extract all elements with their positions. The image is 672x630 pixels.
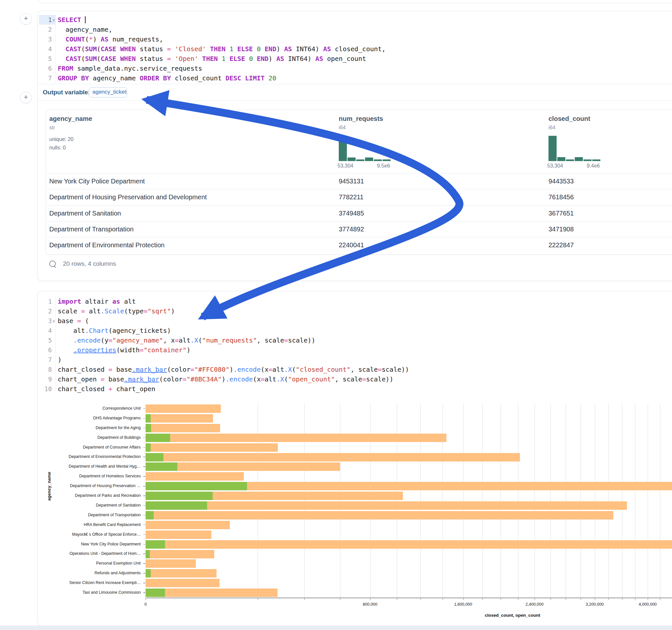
code-line[interactable]: SELECT xyxy=(58,15,86,25)
line-number: 1 xyxy=(38,296,52,306)
code-line[interactable]: .encode(y="agency_name", x=alt.X("num_re… xyxy=(58,335,315,345)
bar-closed-count xyxy=(146,424,220,432)
gridline xyxy=(421,404,421,598)
gutter-separator xyxy=(55,295,56,392)
table-row[interactable]: New York City Police Department945313194… xyxy=(46,173,672,189)
line-number: 6 xyxy=(38,345,52,355)
x-tick-mark xyxy=(304,598,305,600)
python-code-editor[interactable]: 1import altair as alt2scale = alt.Scale(… xyxy=(38,291,672,395)
code-line[interactable]: chart_closed + chart_open xyxy=(58,384,155,394)
output-variable-chip[interactable]: agency_tickets xyxy=(89,87,127,98)
add-cell-button-middle[interactable]: + xyxy=(20,92,32,103)
y-axis-label: Department of Sanitation xyxy=(38,503,141,508)
table-row[interactable]: Department of Environmental Protection22… xyxy=(46,237,672,253)
y-axis-label: Operations Unit - Department of Hom… xyxy=(38,551,141,556)
code-line[interactable]: scale = alt.Scale(type="sqrt") xyxy=(58,306,175,316)
bar-closed-count xyxy=(146,540,672,549)
y-axis-label: Department for the Aging xyxy=(38,426,141,430)
table-cell: 3774892 xyxy=(339,225,364,233)
y-axis-label: Personal Exemption Unit xyxy=(38,561,141,565)
x-tick-mark xyxy=(463,598,463,600)
code-line[interactable]: CAST(SUM(CASE WHEN status = 'Open' THEN … xyxy=(58,54,366,64)
x-tick-mark xyxy=(648,598,648,600)
x-tick-mark xyxy=(442,598,443,600)
y-axis-label: Department of Consumer Affairs xyxy=(38,445,141,450)
table-cell: 9443533 xyxy=(549,177,574,185)
table-cell: New York City Police Department xyxy=(49,177,145,185)
line-number: 3 xyxy=(38,316,52,326)
y-tick-mark xyxy=(143,447,145,448)
code-line[interactable]: base = ( xyxy=(58,316,89,326)
gridline xyxy=(550,404,551,598)
x-tick-mark xyxy=(550,598,551,600)
line-number: 10 xyxy=(38,384,52,394)
previous-cell-bottom-edge xyxy=(37,0,672,3)
x-tick-mark xyxy=(608,598,609,600)
y-tick-mark xyxy=(143,534,145,535)
x-tick-mark xyxy=(595,598,595,600)
column-header-closed_count[interactable]: closed_count xyxy=(549,115,590,122)
y-axis-label: Taxi and Limousine Commission xyxy=(38,590,141,595)
notebook-page: { "colors":{ "keyword":"#a12bb8","string… xyxy=(0,0,672,630)
sql-code-editor[interactable]: 1∨SELECT 2 agency_name,3 COUNT(*) AS num… xyxy=(38,11,672,84)
page-bottom-strip xyxy=(0,626,672,630)
line-number: 4 xyxy=(38,326,52,335)
bar-open-count xyxy=(146,414,151,422)
bar-open-count xyxy=(146,569,151,578)
y-tick-mark xyxy=(143,563,145,564)
add-cell-button-top[interactable]: + xyxy=(20,13,32,25)
table-row[interactable]: Department of Sanitation37494853677651 xyxy=(46,205,672,221)
table-row[interactable]: Department of Transportation377489234719… xyxy=(46,221,672,237)
code-fold-icon[interactable]: ∨ xyxy=(52,15,55,25)
bar-closed-count xyxy=(146,453,520,461)
code-line[interactable]: COUNT(*) AS num_requests, xyxy=(58,34,163,44)
code-fold-icon[interactable]: ∨ xyxy=(52,316,55,326)
bar-closed-count xyxy=(146,501,627,510)
x-tick-label: 3,200,000 xyxy=(586,602,604,607)
code-line[interactable]: chart_open = base.mark_bar(color="#8BC34… xyxy=(58,374,393,384)
y-axis-title: agency_name xyxy=(47,472,51,501)
histogram-max-label: 9.5e6 xyxy=(377,163,390,169)
column-header-agency_name[interactable]: agency_name xyxy=(49,115,92,122)
code-line[interactable]: chart_closed = base.mark_bar(color="#FFC… xyxy=(58,365,409,374)
y-axis-label: Department of Health and Mental Hyg… xyxy=(38,464,141,468)
bar-closed-count xyxy=(146,550,214,558)
gridline xyxy=(534,404,535,598)
x-tick-label: 2,400,000 xyxy=(526,602,544,607)
altair-chart: Correspondence UnitDHS Advantage Program… xyxy=(38,398,672,622)
x-tick-mark xyxy=(501,598,501,600)
x-tick-mark xyxy=(482,598,483,600)
code-line[interactable]: alt.Chart(agency_tickets) xyxy=(58,326,171,335)
search-icon[interactable] xyxy=(49,261,56,267)
code-line[interactable]: FROM sample_data.nyc.service_requests xyxy=(58,64,202,73)
gridline xyxy=(566,404,566,598)
column-header-num_requests[interactable]: num_requests xyxy=(339,115,383,122)
y-tick-mark xyxy=(143,554,145,554)
code-line[interactable]: ) xyxy=(58,355,62,365)
line-number: 8 xyxy=(38,365,52,374)
code-line[interactable]: CAST(SUM(CASE WHEN status = 'Closed' THE… xyxy=(58,44,386,54)
y-tick-mark xyxy=(143,592,145,593)
histogram-min-label: 53,304 xyxy=(547,163,563,169)
bar-open-count xyxy=(146,501,207,510)
code-line[interactable]: agency_name, xyxy=(58,25,113,34)
code-line[interactable]: import altair as alt xyxy=(58,296,136,306)
table-cell: 7618456 xyxy=(549,193,574,201)
x-tick-mark xyxy=(258,598,258,600)
code-line[interactable]: GROUP BY agency_name ORDER BY closed_cou… xyxy=(58,73,276,83)
y-tick-mark xyxy=(143,408,145,409)
x-tick-mark xyxy=(534,598,535,600)
gridline xyxy=(595,404,595,598)
bar-closed-count xyxy=(146,579,219,587)
code-line[interactable]: .properties(width="container") xyxy=(58,345,190,355)
python-cell-card: 1import altair as alt2scale = alt.Scale(… xyxy=(37,291,672,626)
gridline xyxy=(648,404,648,598)
gridline xyxy=(581,404,581,598)
bar-open-count xyxy=(146,550,150,558)
bar-open-count xyxy=(146,540,165,549)
y-axis-label: Department of Parks and Recreation xyxy=(38,493,141,498)
line-number: 2 xyxy=(38,25,52,34)
y-axis-label: HRA Benefit Card Replacement xyxy=(38,523,141,527)
table-row[interactable]: Department of Housing Preservation and D… xyxy=(46,189,672,205)
x-tick-label: 0 xyxy=(145,602,147,607)
